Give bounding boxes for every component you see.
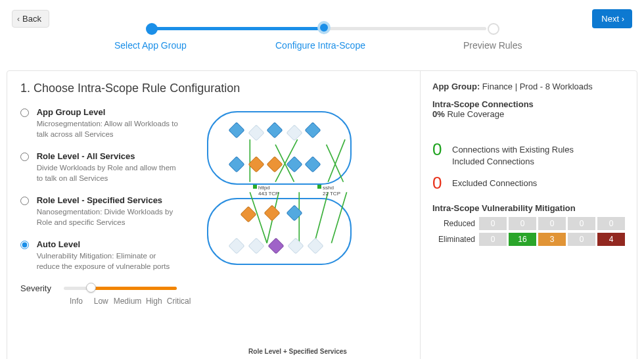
step-label-1: Select App Group [114, 40, 187, 51]
next-button[interactable]: Next › [592, 9, 632, 28]
stat-text: Connections with Existing Rules Included… [452, 144, 574, 167]
vm-cell: 16 [509, 233, 536, 246]
severity-track[interactable] [64, 287, 177, 290]
vm-cell: 0 [538, 217, 566, 230]
diagram: httpd443 TCP sshd22 TCP Role Level + Spe… [194, 107, 415, 355]
option-title: Role Level - Specified Services [37, 195, 162, 205]
step-label-2: Configure Intra-Scope [275, 40, 365, 51]
stat-number: 0 [432, 141, 452, 158]
stat-number: 0 [432, 174, 452, 191]
vm-row-label: Eliminated [432, 235, 475, 244]
severity-ticks: Info Low Medium High Critical [64, 297, 191, 306]
severity-fill [91, 287, 177, 290]
vm-cell: 0 [597, 217, 625, 230]
radio-auto[interactable] [20, 241, 29, 249]
options-group: App Group Level Microsegmentation: Allow… [20, 107, 191, 355]
option-auto[interactable]: Auto Level Vulnerability Mitigation: Eli… [20, 239, 191, 272]
radio-role-all[interactable] [20, 153, 29, 161]
stat-existing: 0 Connections with Existing Rules Includ… [432, 143, 625, 167]
option-desc: Divide Workloads by Role and allow them … [37, 163, 185, 183]
step-node-1[interactable] [146, 23, 158, 35]
option-desc: Microsegmentation: Allow all Workloads t… [37, 119, 185, 139]
tick-critical: Critical [166, 297, 191, 306]
severity-slider: Severity Info Low Medium High Critical [20, 283, 191, 306]
option-desc: Nanosegmentation: Divide Workloads by Ro… [37, 207, 185, 227]
next-label: Next [601, 14, 619, 24]
chevron-left-icon: ‹ [17, 14, 20, 24]
option-title: Auto Level [37, 239, 80, 249]
chevron-right-icon: › [622, 14, 624, 24]
vm-cell: 0 [568, 217, 595, 230]
page-title: 1. Choose Intra-Scope Rule Configuration [20, 82, 415, 95]
vm-cell: 4 [597, 233, 625, 246]
step-node-2[interactable] [317, 21, 331, 34]
option-title: Role Level - All Services [37, 151, 135, 161]
tick-low: Low [89, 297, 114, 306]
option-role-all[interactable]: Role Level - All Services Divide Workloa… [20, 151, 191, 183]
vm-row-reduced: Reduced 0 0 0 0 0 [432, 217, 625, 230]
connections-title: Intra-Scope Connections [432, 99, 625, 109]
svg-line-8 [315, 192, 329, 243]
step-node-3[interactable] [488, 23, 499, 35]
stat-text: Excluded Connections [452, 178, 537, 189]
option-app-group-level[interactable]: App Group Level Microsegmentation: Allow… [20, 107, 191, 139]
coverage-line: 0% Rule Coverage [432, 109, 625, 119]
diagram-links [194, 107, 415, 328]
right-panel: App Group: Finance | Prod - 8 Workloads … [420, 71, 637, 359]
vm-cell: 0 [509, 217, 536, 230]
severity-knob[interactable] [86, 283, 96, 293]
tick-info: Info [64, 297, 89, 306]
back-label: Back [22, 14, 41, 24]
app-group-line: App Group: Finance | Prod - 8 Workloads [432, 82, 625, 91]
vm-title: Intra-Scope Vulnerability Mitigation [432, 203, 625, 213]
vm-cell: 0 [568, 233, 595, 246]
left-panel: 1. Choose Intra-Scope Rule Configuration… [7, 71, 420, 359]
radio-app-group-level[interactable] [20, 108, 29, 117]
vm-cell: 0 [479, 217, 507, 230]
vm-row-eliminated: Eliminated 0 16 3 0 4 [432, 233, 625, 246]
svg-line-9 [331, 192, 346, 243]
legend-httpd: httpd443 TCP [253, 185, 279, 197]
severity-label: Severity [20, 283, 64, 293]
vm-row-label: Reduced [432, 219, 475, 228]
stat-excluded: 0 Excluded Connections [432, 176, 625, 191]
legend-sshd: sshd22 TCP [317, 185, 340, 197]
radio-role-spec[interactable] [20, 197, 29, 205]
vm-cell: 3 [538, 233, 566, 246]
step-track-fill [151, 27, 323, 30]
back-button[interactable]: ‹ Back [12, 10, 49, 28]
vm-cell: 0 [479, 233, 507, 246]
main-panel: 1. Choose Intra-Scope Rule Configuration… [7, 70, 637, 359]
svg-line-4 [328, 139, 345, 182]
option-desc: Vulnerability Mitigation: Eliminate or r… [37, 251, 185, 272]
step-label-3: Preview Rules [463, 40, 522, 51]
diagram-caption: Role Level + Specified Services [194, 348, 402, 355]
option-role-spec[interactable]: Role Level - Specified Services Nanosegm… [20, 195, 191, 227]
option-title: App Group Level [37, 107, 106, 117]
tick-medium: Medium [114, 297, 142, 306]
tick-high: High [141, 297, 166, 306]
stepper: Select App Group Configure Intra-Scope P… [79, 23, 565, 52]
